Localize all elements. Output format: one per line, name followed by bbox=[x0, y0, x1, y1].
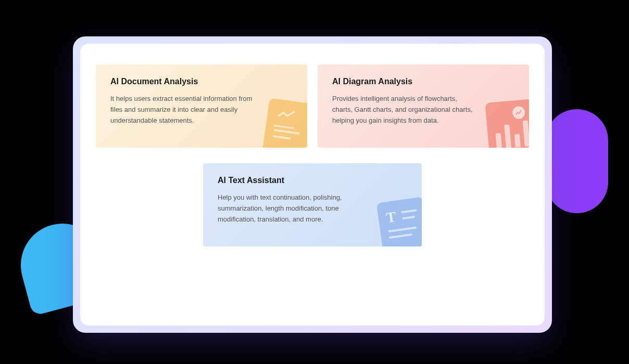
card-title: AI Document Analysis bbox=[110, 77, 293, 86]
chart-icon bbox=[485, 99, 529, 148]
card-description: Help you with text continuation, polishi… bbox=[218, 192, 363, 225]
card-text-assistant[interactable]: AI Text Assistant Help you with text con… bbox=[203, 163, 422, 246]
document-icon bbox=[262, 98, 307, 148]
card-description: It helps users extract essential informa… bbox=[110, 94, 256, 126]
feature-panel: AI Document Analysis It helps users extr… bbox=[73, 36, 552, 333]
card-description: Provides intelligent analysis of flowcha… bbox=[332, 94, 478, 126]
card-title: AI Text Assistant bbox=[218, 176, 407, 185]
card-document-analysis[interactable]: AI Document Analysis It helps users extr… bbox=[96, 64, 307, 148]
feature-panel-inner: AI Document Analysis It helps users extr… bbox=[80, 44, 545, 326]
text-icon: T bbox=[376, 197, 422, 246]
cards-row-top: AI Document Analysis It helps users extr… bbox=[96, 64, 529, 148]
card-diagram-analysis[interactable]: AI Diagram Analysis Provides intelligent… bbox=[318, 64, 529, 148]
card-title: AI Diagram Analysis bbox=[332, 77, 514, 86]
decorative-blob-purple bbox=[546, 109, 608, 213]
